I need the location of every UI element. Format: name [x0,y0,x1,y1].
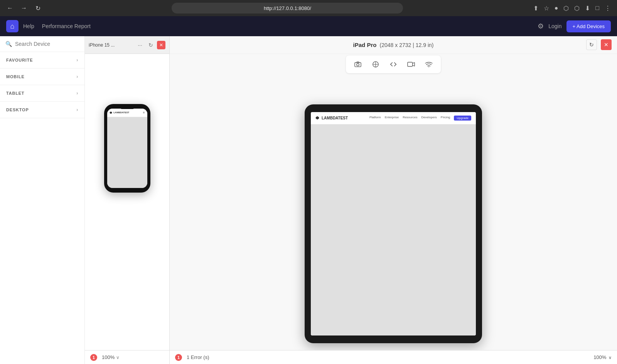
svg-point-2 [357,64,359,66]
sidebar-item-desktop[interactable]: DESKTOP › [0,102,84,118]
chevron-right-icon-desktop: › [76,107,78,112]
iphone-nav: LAMBDATEST ≡ [107,109,147,117]
brush-tool-button[interactable] [370,59,381,70]
tablet-label: TABLET [6,91,24,96]
sidebar: 🔍 FAVOURITE › MOBILE › TABLET › DESKTOP [0,36,85,364]
ipad-error-badge: 1 [175,354,182,361]
iphone-zoom-control: 100% ∨ [102,354,120,360]
wifi-tool-button[interactable] [423,59,435,70]
app-nav-links: Help Performance Report [23,23,91,29]
iphone-close-button[interactable]: ✕ [157,41,165,49]
ipad-status-bar: 1 1 Error (s) 100% ∨ [170,350,617,364]
help-link[interactable]: Help [23,23,34,29]
ipad-screen: LAMBDATEST Platform Enterprise Resources… [311,112,476,335]
bookmark-icon[interactable]: ☆ [542,3,551,13]
hamburger-icon: ≡ [143,111,145,114]
ipad-title-bar: iPad Pro (2048 x 2732 | 12.9 in) ↻ ✕ [170,36,617,54]
back-button[interactable]: ← [5,3,15,13]
iphone-refresh-button[interactable]: ↻ [146,40,155,50]
iphone-logo: LAMBDATEST [110,111,130,114]
svg-rect-6 [408,62,413,67]
sidebar-section-favourite: FAVOURITE › [0,52,84,69]
camera-tool-button[interactable] [352,59,364,70]
settings-button[interactable]: ⚙ [538,22,544,30]
sidebar-section-desktop: DESKTOP › [0,102,84,118]
iphone-screen: LAMBDATEST ≡ [107,109,147,188]
sidebar-section-mobile: MOBILE › [0,69,84,85]
ipad-close-button[interactable]: ✕ [601,39,612,50]
sidebar-item-tablet[interactable]: TABLET › [0,85,84,101]
search-icon: 🔍 [5,41,12,47]
svg-marker-0 [110,112,112,114]
iphone-tab-header: iPhone 15 ... ··· ↻ ✕ [85,36,169,54]
nav-resources: Resources [403,116,417,121]
puzzle-icon[interactable]: ⬡ [573,3,581,13]
svg-marker-8 [316,116,319,119]
svg-point-7 [428,66,429,67]
sidebar-section-tablet: TABLET › [0,85,84,102]
device-toolbar [346,55,441,73]
search-input[interactable] [15,41,79,47]
ipad-nav-items: Platform Enterprise Resources Developers… [369,116,471,121]
desktop-label: DESKTOP [6,107,29,112]
performance-report-link[interactable]: Performance Report [42,23,91,29]
page-zoom-arrow: ∨ [609,355,612,360]
ipad-refresh-button[interactable]: ↻ [586,39,597,50]
profile-icon[interactable]: ● [553,3,560,13]
iphone-content [107,117,147,188]
ipad-app-logo: LAMBDATEST [315,116,348,120]
tab-icon[interactable]: □ [594,3,601,13]
nav-pricing: Pricing [441,116,450,121]
page-zoom-display: 100% ∨ [593,354,612,360]
ipad-nav-bar: LAMBDATEST Platform Enterprise Resources… [311,112,476,124]
iphone-frame: LAMBDATEST ≡ [104,104,150,193]
zoom-dropdown-icon[interactable]: ∨ [116,355,120,360]
page-zoom-value: 100% [593,354,606,360]
forward-button[interactable]: → [19,3,29,13]
app-bar-actions: ⚙ Login + Add Devices [538,20,611,32]
iphone-panel: iPhone 15 ... ··· ↻ ✕ LAMBDATEST ≡ [85,36,170,364]
iphone-error-badge: 1 [90,354,97,361]
app-bar: ⌂ Help Performance Report ⚙ Login + Add … [0,16,617,36]
app-logo: ⌂ [6,20,19,32]
browser-actions: ⬆ ☆ ● ⬡ ⬡ ⬇ □ ⋮ [532,3,612,13]
nav-enterprise: Enterprise [385,116,399,121]
ipad-title: iPad Pro (2048 x 2732 | 12.9 in) [353,42,434,48]
browser-chrome: ← → ↻ ⬆ ☆ ● ⬡ ⬡ ⬇ □ ⋮ [0,0,617,16]
chevron-right-icon: › [76,57,78,63]
iphone-tab-name: iPhone 15 ... [89,42,133,48]
iphone-status-bar: 1 100% ∨ [85,350,169,364]
chevron-right-icon-tablet: › [76,91,78,96]
main-layout: 🔍 FAVOURITE › MOBILE › TABLET › DESKTOP [0,36,617,364]
iphone-tab-actions: ··· ↻ ✕ [135,40,165,50]
code-tool-button[interactable] [388,59,399,70]
ipad-frame: LAMBDATEST Platform Enterprise Resources… [305,104,482,343]
extension-icon[interactable]: ⬡ [562,3,570,13]
favourite-label: FAVOURITE [6,58,33,62]
search-box: 🔍 [0,36,84,52]
iphone-zoom-value: 100% [102,354,115,360]
mobile-label: MOBILE [6,74,25,79]
more-options-button[interactable]: ··· [135,40,145,50]
ipad-error-text: 1 Error (s) [187,354,209,360]
share-icon[interactable]: ⬆ [532,3,540,13]
refresh-button[interactable]: ↻ [32,3,43,13]
ipad-upgrade-button[interactable]: Upgrade [454,116,471,121]
download-icon[interactable]: ⬇ [583,3,592,13]
ipad-content-area [311,124,476,335]
sidebar-item-mobile[interactable]: MOBILE › [0,69,84,85]
iphone-notch [120,106,134,109]
login-button[interactable]: Login [548,23,561,29]
ipad-specs: (2048 x 2732 | 12.9 in) [380,42,434,48]
address-bar[interactable] [172,3,403,13]
nav-platform: Platform [369,116,381,121]
add-devices-button[interactable]: + Add Devices [566,20,611,32]
chevron-right-icon-mobile: › [76,74,78,79]
video-tool-button[interactable] [405,59,417,70]
sidebar-item-favourite[interactable]: FAVOURITE › [0,52,84,68]
nav-developers: Developers [421,116,437,121]
more-icon[interactable]: ⋮ [603,3,612,13]
right-area: iPad Pro (2048 x 2732 | 12.9 in) ↻ ✕ [170,36,617,364]
